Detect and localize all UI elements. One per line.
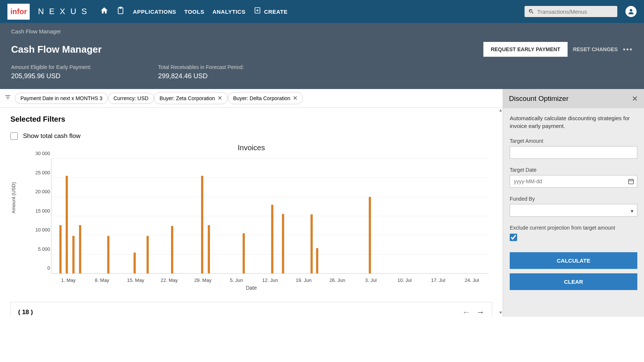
chart-xtick: 3. Jul bbox=[365, 277, 377, 283]
table-next-icon[interactable]: → bbox=[476, 307, 484, 317]
search-icon bbox=[528, 8, 534, 15]
table-prev-icon[interactable]: ← bbox=[462, 307, 470, 317]
user-avatar-icon[interactable] bbox=[625, 6, 637, 17]
sidepanel-description: Automatically calculate discounting stra… bbox=[510, 114, 637, 130]
brand: NEXUS bbox=[38, 7, 92, 16]
chart-title: Invoices bbox=[10, 144, 492, 152]
chart-bar bbox=[171, 226, 173, 273]
funded-by-select[interactable] bbox=[510, 204, 637, 217]
chart-bar bbox=[208, 225, 210, 273]
request-early-payment-button[interactable]: REQUEST EARLY PAYMENT bbox=[483, 42, 568, 57]
nav-analytics[interactable]: ANALYTICS bbox=[213, 9, 246, 15]
calendar-icon[interactable] bbox=[628, 178, 634, 186]
chart-ytick: 5 000 bbox=[28, 246, 50, 251]
chart-xtick: 22. May bbox=[161, 277, 178, 283]
selected-filters-heading: Selected Filters bbox=[10, 115, 492, 124]
chart-xtick: 8. May bbox=[95, 277, 109, 283]
svg-rect-9 bbox=[628, 180, 634, 184]
home-icon[interactable] bbox=[100, 6, 108, 17]
filter-icon[interactable] bbox=[4, 94, 11, 102]
sidepanel-title: Discount Optimizer bbox=[509, 95, 632, 103]
chart-bar bbox=[59, 225, 62, 273]
chart-ylabel: Amount (USD) bbox=[11, 182, 16, 214]
search-input[interactable] bbox=[537, 9, 614, 15]
filter-pill[interactable]: Buyer: Delta Corporation✕ bbox=[228, 92, 303, 104]
chart-xtick: 1. May bbox=[61, 277, 76, 283]
breadcrumb: Cash Flow Manager bbox=[11, 28, 633, 34]
chart-xtick: 24. Jul bbox=[465, 277, 479, 283]
page-title: Cash Flow Manager bbox=[11, 44, 102, 55]
kpi-label: Amount Eligible for Early Payment: bbox=[11, 64, 91, 70]
scroll-up-icon[interactable]: ▴ bbox=[499, 107, 502, 113]
show-total-cashflow-label: Show total cash flow bbox=[23, 132, 80, 140]
logo: infor bbox=[7, 4, 30, 20]
target-date-input[interactable] bbox=[510, 175, 637, 188]
chart-xtick: 19. Jun bbox=[296, 277, 312, 283]
kpi-receivables: Total Receivables in Forecast Period: 29… bbox=[158, 64, 244, 80]
kpi-value: 205,995.96 USD bbox=[11, 72, 91, 80]
clear-button[interactable]: CLEAR bbox=[510, 273, 637, 290]
chart-bar bbox=[282, 214, 284, 273]
chart-xtick: 15. May bbox=[127, 277, 144, 283]
target-amount-input[interactable] bbox=[510, 146, 637, 159]
chart-ytick: 25 000 bbox=[28, 170, 50, 175]
chart-ytick: 20 000 bbox=[28, 189, 50, 194]
chart-bar bbox=[243, 233, 245, 273]
chart-plot-area: 05 00010 00015 00020 00025 00030 0001. M… bbox=[51, 159, 489, 274]
chart-bar bbox=[66, 176, 68, 273]
kpi-eligible: Amount Eligible for Early Payment: 205,9… bbox=[11, 64, 91, 80]
target-amount-label: Target Amount bbox=[510, 138, 637, 144]
calculate-button[interactable]: CALCULATE bbox=[510, 252, 637, 269]
filter-pill[interactable]: Payment Date in next x MONTHS 3 bbox=[15, 93, 108, 104]
close-icon[interactable]: ✕ bbox=[632, 94, 638, 103]
chart-bar bbox=[316, 248, 318, 273]
exclude-projection-label: Exclude current projection from target a… bbox=[510, 225, 637, 231]
svg-rect-1 bbox=[119, 7, 122, 9]
exclude-projection-checkbox[interactable] bbox=[510, 234, 517, 241]
chart-xtick: 12. Jun bbox=[262, 277, 278, 283]
chart-bar bbox=[107, 236, 109, 273]
chart-ytick: 15 000 bbox=[28, 208, 50, 213]
table-row-count: ( 18 ) bbox=[18, 309, 33, 316]
chart-xtick: 5. Jun bbox=[230, 277, 243, 283]
nav-create[interactable]: CREATE bbox=[264, 9, 288, 15]
chart-ytick: 10 000 bbox=[28, 227, 50, 233]
show-total-cashflow-checkbox[interactable]: Show total cash flow bbox=[10, 132, 492, 140]
chart-bar bbox=[79, 225, 81, 273]
svg-rect-7 bbox=[6, 97, 10, 98]
nav-tools[interactable]: TOOLS bbox=[184, 9, 204, 15]
filter-pill[interactable]: Buyer: Zeta Corporation✕ bbox=[154, 92, 227, 104]
kpi-label: Total Receivables in Forecast Period: bbox=[158, 64, 244, 70]
chart-bar bbox=[271, 205, 273, 273]
chart-ytick: 30 000 bbox=[28, 151, 50, 156]
funded-by-label: Funded By bbox=[510, 196, 637, 202]
chart-bar bbox=[310, 214, 313, 273]
filter-pill[interactable]: Currency: USD bbox=[108, 93, 154, 104]
svg-rect-6 bbox=[5, 95, 10, 96]
pill-remove-icon[interactable]: ✕ bbox=[293, 95, 298, 102]
chart-xtick: 17. Jul bbox=[431, 277, 445, 283]
chart-bar bbox=[147, 236, 149, 273]
create-icon[interactable] bbox=[254, 7, 261, 16]
more-actions-icon[interactable]: ••• bbox=[623, 45, 633, 54]
target-date-label: Target Date bbox=[510, 167, 637, 173]
chart-ytick: 0 bbox=[28, 265, 50, 271]
show-total-cashflow-input[interactable] bbox=[10, 132, 18, 140]
chevron-down-icon[interactable]: ▾ bbox=[631, 208, 634, 214]
search-box[interactable] bbox=[525, 6, 617, 17]
chart-bar bbox=[134, 253, 136, 273]
chart-bar bbox=[72, 236, 75, 273]
svg-point-5 bbox=[630, 9, 632, 11]
svg-rect-8 bbox=[7, 99, 9, 99]
scroll-down-icon[interactable]: ▾ bbox=[499, 309, 502, 315]
chart-xtick: 26. Jun bbox=[329, 277, 345, 283]
chart-bar bbox=[369, 197, 371, 273]
kpi-value: 299,824.46 USD bbox=[158, 72, 244, 80]
pill-remove-icon[interactable]: ✕ bbox=[217, 95, 222, 102]
chart-bar bbox=[201, 176, 203, 273]
nav-applications[interactable]: APPLICATIONS bbox=[133, 9, 176, 15]
clipboard-icon[interactable] bbox=[116, 6, 125, 17]
reset-changes-button[interactable]: RESET CHANGES bbox=[573, 46, 618, 52]
chart-xtick: 29. May bbox=[194, 277, 211, 283]
chart-xtick: 10. Jul bbox=[397, 277, 411, 283]
